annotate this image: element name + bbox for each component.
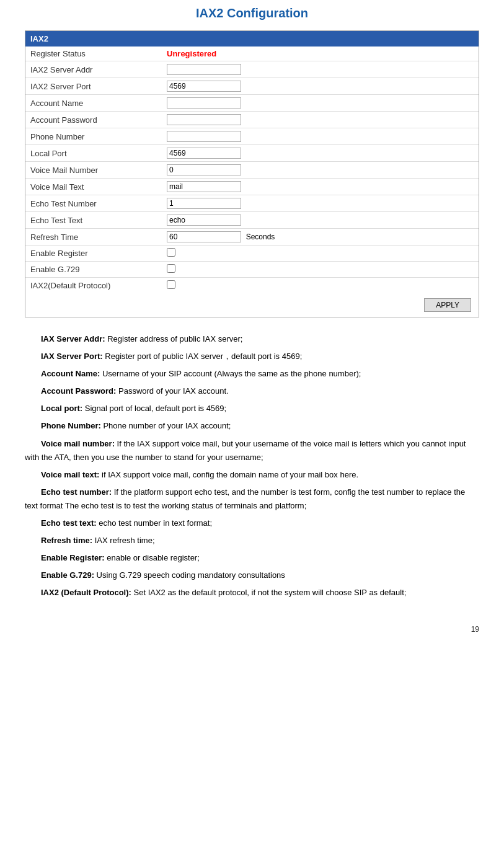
desc-bold: Enable G.729: bbox=[41, 570, 94, 580]
field-value bbox=[162, 162, 479, 179]
desc-bold: IAX Server Port: bbox=[41, 352, 103, 361]
desc-echo-test-text: Echo test text: echo test number in text… bbox=[25, 516, 479, 530]
table-row: Register Status Unregistered bbox=[25, 47, 479, 61]
field-label: Voice Mail Number bbox=[25, 162, 162, 179]
desc-text: Register address of public IAX server; bbox=[107, 334, 242, 343]
field-label: Refresh Time bbox=[25, 229, 162, 246]
account-password-input[interactable] bbox=[167, 114, 241, 125]
field-label: Local Port bbox=[25, 145, 162, 162]
table-row: IAX2 Server Port bbox=[25, 78, 479, 95]
table-row: Account Password bbox=[25, 112, 479, 128]
apply-button[interactable]: APPLY bbox=[424, 298, 471, 312]
field-label: Echo Test Number bbox=[25, 195, 162, 212]
table-row: Echo Test Text bbox=[25, 212, 479, 229]
desc-text: Using G.729 speech coding mandatory cons… bbox=[97, 570, 285, 580]
desc-echo-test-number: Echo test number: If the platform suppor… bbox=[25, 485, 479, 513]
echo-test-text-input[interactable] bbox=[167, 215, 241, 226]
field-value bbox=[162, 128, 479, 145]
desc-local-port: Local port: Signal port of local, defaul… bbox=[25, 402, 479, 415]
config-table: Register Status Unregistered IAX2 Server… bbox=[25, 47, 479, 293]
table-row: Local Port bbox=[25, 145, 479, 162]
desc-bold: Refresh time: bbox=[41, 536, 92, 545]
desc-bold: Account Name: bbox=[41, 369, 100, 378]
table-row: Enable Register bbox=[25, 246, 479, 262]
desc-voice-mail-text: Voice mail text: if IAX support voice ma… bbox=[25, 468, 479, 482]
description-section: IAX Server Addr: Register address of pub… bbox=[25, 332, 479, 600]
voice-mail-number-input[interactable] bbox=[167, 164, 241, 175]
desc-phone-number: Phone Number: Phone number of your IAX a… bbox=[25, 419, 479, 433]
field-label: Register Status bbox=[25, 47, 162, 61]
field-value bbox=[162, 112, 479, 128]
field-value: Unregistered bbox=[162, 47, 479, 61]
desc-text: Set IAX2 as the default protocol, if not… bbox=[134, 588, 407, 597]
desc-refresh-time: Refresh time: IAX refresh time; bbox=[25, 534, 479, 547]
desc-text: Phone number of your IAX account; bbox=[103, 421, 231, 430]
desc-bold: IAX2 (Default Protocol): bbox=[41, 588, 131, 597]
voice-mail-text-input[interactable] bbox=[167, 181, 241, 192]
field-label: Account Name bbox=[25, 95, 162, 112]
field-value bbox=[162, 262, 479, 278]
section-header: IAX2 bbox=[25, 31, 479, 47]
table-row: Voice Mail Number bbox=[25, 162, 479, 179]
desc-bold: IAX Server Addr: bbox=[41, 334, 105, 343]
table-row: Refresh Time Seconds bbox=[25, 229, 479, 246]
desc-iax-server-port: IAX Server Port: Register port of public… bbox=[25, 350, 479, 363]
desc-bold: Enable Register: bbox=[41, 553, 105, 562]
desc-text: enable or disable register; bbox=[107, 553, 200, 562]
desc-account-password: Account Password: Password of your IAX a… bbox=[25, 384, 479, 398]
desc-enable-register: Enable Register: enable or disable regis… bbox=[25, 551, 479, 565]
field-label: IAX2 Server Addr bbox=[25, 61, 162, 78]
desc-bold: Voice mail number: bbox=[41, 439, 115, 448]
desc-text: Signal port of local, default port is 45… bbox=[85, 404, 226, 413]
desc-bold: Echo test text: bbox=[41, 518, 97, 528]
local-port-input[interactable] bbox=[167, 148, 241, 159]
enable-g729-checkbox[interactable] bbox=[167, 264, 175, 273]
page-title: IAX2 Configuration bbox=[25, 6, 479, 20]
desc-iax-server-addr: IAX Server Addr: Register address of pub… bbox=[25, 332, 479, 346]
field-value bbox=[162, 95, 479, 112]
page-number: 19 bbox=[25, 625, 479, 634]
field-label: Account Password bbox=[25, 112, 162, 128]
echo-test-number-input[interactable] bbox=[167, 198, 241, 209]
account-name-input[interactable] bbox=[167, 97, 241, 109]
field-label: Voice Mail Text bbox=[25, 179, 162, 195]
field-value bbox=[162, 78, 479, 95]
field-label: Enable G.729 bbox=[25, 262, 162, 278]
desc-iax2-default-protocol: IAX2 (Default Protocol): Set IAX2 as the… bbox=[25, 586, 479, 600]
enable-register-checkbox[interactable] bbox=[167, 248, 175, 257]
seconds-label: Seconds bbox=[246, 233, 275, 241]
table-row: IAX2 Server Addr bbox=[25, 61, 479, 78]
field-value bbox=[162, 61, 479, 78]
register-status: Unregistered bbox=[167, 49, 216, 58]
iax2-server-addr-input[interactable] bbox=[167, 64, 241, 75]
field-label: IAX2(Default Protocol) bbox=[25, 278, 162, 294]
table-row: Phone Number bbox=[25, 128, 479, 145]
field-value bbox=[162, 246, 479, 262]
desc-text: IAX refresh time; bbox=[95, 536, 155, 545]
desc-text: Username of your SIP account (Always the… bbox=[102, 369, 361, 378]
desc-text: if IAX support voice mail, config the do… bbox=[102, 470, 358, 479]
desc-text: Register port of public IAX server，defau… bbox=[105, 352, 302, 361]
refresh-time-input[interactable] bbox=[167, 231, 241, 242]
desc-bold: Account Password: bbox=[41, 386, 116, 396]
desc-text: Password of your IAX account. bbox=[118, 386, 229, 396]
field-value bbox=[162, 179, 479, 195]
field-label: IAX2 Server Port bbox=[25, 78, 162, 95]
field-label: Enable Register bbox=[25, 246, 162, 262]
table-row: Account Name bbox=[25, 95, 479, 112]
iax2-server-port-input[interactable] bbox=[167, 81, 241, 92]
desc-bold: Local port: bbox=[41, 404, 82, 413]
field-value bbox=[162, 145, 479, 162]
apply-row: APPLY bbox=[25, 293, 479, 317]
field-label: Phone Number bbox=[25, 128, 162, 145]
desc-enable-g729: Enable G.729: Using G.729 speech coding … bbox=[25, 569, 479, 582]
iax2-default-protocol-checkbox[interactable] bbox=[167, 280, 175, 289]
table-row: Enable G.729 bbox=[25, 262, 479, 278]
field-value: Seconds bbox=[162, 229, 479, 246]
desc-bold: Phone Number: bbox=[41, 421, 101, 430]
desc-voice-mail-number: Voice mail number: If the IAX support vo… bbox=[25, 437, 479, 464]
field-value bbox=[162, 195, 479, 212]
table-row: Voice Mail Text bbox=[25, 179, 479, 195]
phone-number-input[interactable] bbox=[167, 131, 241, 142]
config-section: IAX2 Register Status Unregistered IAX2 S… bbox=[25, 30, 479, 317]
